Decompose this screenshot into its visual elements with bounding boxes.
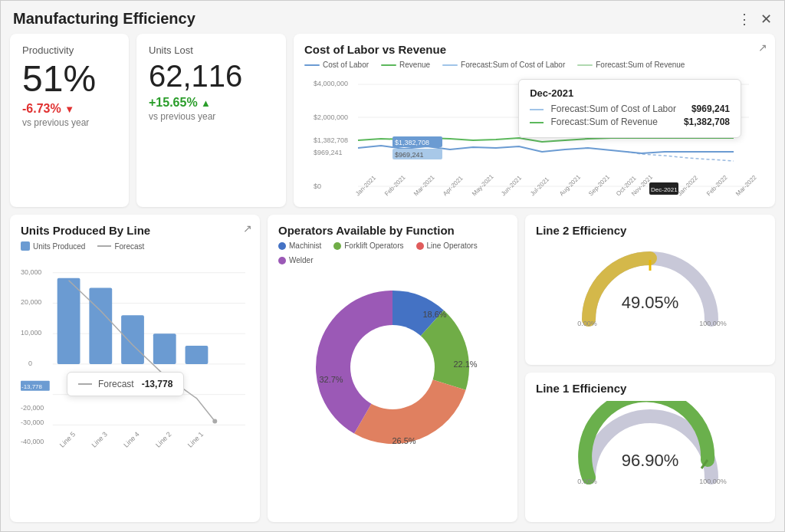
- svg-rect-46: [121, 315, 144, 364]
- svg-text:$969,241: $969,241: [395, 151, 424, 159]
- svg-text:Jan-2021: Jan-2021: [354, 174, 377, 197]
- expand-icon[interactable]: ↗: [758, 41, 767, 54]
- svg-text:Jun-2021: Jun-2021: [500, 174, 523, 197]
- line1-efficiency-card: Line 1 Efficiency 96.90% 0.0: [525, 373, 775, 523]
- svg-text:$4,000,000: $4,000,000: [314, 80, 348, 87]
- svg-text:Line 4: Line 4: [122, 430, 140, 448]
- units-produced-title: Units Produced By Line: [21, 224, 249, 237]
- svg-text:May-2021: May-2021: [471, 173, 495, 198]
- legend-item-cost: Cost of Labor: [304, 61, 369, 69]
- svg-text:$1,382,708: $1,382,708: [395, 139, 429, 146]
- cost-chart-card: ↗ Cost of Labor vs Revenue Cost of Labor…: [294, 34, 775, 207]
- productivity-change-text: -6.73%: [22, 102, 61, 115]
- legend-forecast: Forecast: [97, 241, 144, 251]
- operators-title: Operators Available by Function: [278, 224, 507, 237]
- svg-text:32.7%: 32.7%: [319, 375, 343, 384]
- forecast-tooltip: Forecast -13,778: [67, 372, 184, 396]
- productivity-change: -6.73% ▼: [22, 102, 117, 116]
- svg-text:18.6%: 18.6%: [422, 310, 446, 319]
- svg-rect-47: [153, 333, 176, 364]
- svg-text:Line 5: Line 5: [58, 430, 77, 448]
- window-title: Manufacturing Efficiency: [13, 10, 195, 28]
- svg-text:Dec-2021: Dec-2021: [651, 186, 678, 193]
- legend-units-produced: Units Produced: [21, 241, 85, 251]
- svg-text:$1,382,708: $1,382,708: [314, 136, 348, 144]
- svg-text:Apr-2021: Apr-2021: [442, 174, 465, 197]
- svg-text:Sep-2021: Sep-2021: [587, 173, 611, 197]
- svg-text:$0: $0: [314, 182, 321, 190]
- units-lost-sub: vs previous year: [149, 111, 274, 122]
- svg-point-54: [212, 419, 217, 423]
- svg-text:0.00%: 0.00%: [577, 478, 597, 485]
- svg-text:20,000: 20,000: [21, 298, 41, 306]
- tooltip-row-1: Forecast:Sum of Cost of Labor $969,241: [530, 103, 730, 114]
- svg-text:30,000: 30,000: [21, 268, 41, 276]
- close-button[interactable]: ✕: [760, 11, 772, 28]
- svg-text:$969,241: $969,241: [314, 149, 343, 156]
- svg-rect-45: [89, 288, 112, 364]
- svg-text:100.00%: 100.00%: [699, 478, 727, 485]
- units-lost-change-text: +15.65%: [149, 96, 198, 109]
- svg-text:Feb-2021: Feb-2021: [383, 173, 407, 197]
- legend-welder: Welder: [278, 256, 314, 264]
- units-lost-card: Units Lost 62,116 +15.65% ▲ vs previous …: [136, 34, 286, 207]
- operators-card: Operators Available by Function Machinis…: [268, 215, 517, 522]
- svg-text:Jan-2022: Jan-2022: [676, 174, 699, 197]
- up-arrow-icon: ▲: [201, 97, 211, 109]
- legend-item-forecast-cost: Forecast:Sum of Cost of Labor: [442, 61, 565, 69]
- svg-text:0.00%: 0.00%: [577, 320, 597, 327]
- dashboard-window: Manufacturing Efficiency ⋮ ✕ Productivit…: [0, 0, 785, 532]
- cost-tooltip: Dec-2021 Forecast:Sum of Cost of Labor $…: [518, 79, 741, 138]
- legend-line-operators: Line Operators: [416, 241, 478, 250]
- svg-text:Feb-2022: Feb-2022: [705, 173, 729, 197]
- svg-text:22.1%: 22.1%: [453, 360, 477, 369]
- operators-legend: Machinist Forklift Operators Line Operat…: [278, 241, 507, 264]
- title-bar-controls: ⋮ ✕: [737, 11, 772, 28]
- cost-chart-title: Cost of Labor vs Revenue: [304, 43, 764, 56]
- svg-text:Line 1: Line 1: [186, 430, 205, 448]
- svg-text:0: 0: [28, 360, 32, 367]
- line1-gauge-svg: 96.90% 0.00% 100.00%: [573, 401, 727, 485]
- svg-text:49.05%: 49.05%: [622, 293, 679, 312]
- line2-efficiency-title: Line 2 Efficiency: [536, 224, 764, 237]
- svg-text:-13,778: -13,778: [21, 383, 43, 390]
- units-lost-value: 62,116: [149, 61, 274, 91]
- units-bar-chart-svg: 30,000 20,000 10,000 0 -10,000 -13,778 -…: [21, 257, 249, 456]
- svg-text:Line 3: Line 3: [90, 430, 109, 448]
- legend-machinist: Machinist: [278, 241, 321, 250]
- cost-chart-legend: Cost of Labor Revenue Forecast:Sum of Co…: [304, 61, 764, 69]
- legend-item-forecast-revenue: Forecast:Sum of Revenue: [577, 61, 685, 69]
- productivity-sub: vs previous year: [22, 117, 117, 128]
- units-expand-icon[interactable]: ↗: [243, 222, 252, 235]
- svg-rect-44: [57, 278, 80, 364]
- productivity-value: 51%: [22, 61, 117, 97]
- tooltip-date: Dec-2021: [530, 87, 730, 99]
- units-produced-legend: Units Produced Forecast: [21, 241, 249, 251]
- svg-text:-20,000: -20,000: [21, 404, 44, 412]
- line2-efficiency-card: Line 2 Efficiency 49.05% 0.0: [525, 215, 775, 365]
- svg-point-55: [350, 325, 435, 409]
- svg-text:10,000: 10,000: [21, 329, 41, 337]
- svg-text:-30,000: -30,000: [21, 419, 44, 426]
- svg-text:100.00%: 100.00%: [699, 320, 727, 327]
- units-lost-title: Units Lost: [149, 44, 274, 56]
- line2-gauge-svg: 49.05% 0.00% 100.00%: [573, 243, 727, 327]
- donut-chart-svg: 18.6% 22.1% 26.5% 32.7%: [301, 275, 484, 459]
- productivity-title: Productivity: [22, 44, 117, 56]
- legend-forklift: Forklift Operators: [333, 241, 403, 250]
- svg-text:96.90%: 96.90%: [622, 451, 679, 470]
- legend-item-revenue: Revenue: [381, 61, 430, 69]
- tooltip-row-2: Forecast:Sum of Revenue $1,382,708: [530, 117, 730, 127]
- down-arrow-icon: ▼: [64, 103, 74, 115]
- svg-text:Mar-2021: Mar-2021: [412, 173, 436, 197]
- svg-text:Aug-2021: Aug-2021: [558, 173, 582, 197]
- title-bar: Manufacturing Efficiency ⋮ ✕: [1, 1, 784, 34]
- svg-text:-40,000: -40,000: [21, 438, 44, 445]
- svg-text:$2,000,000: $2,000,000: [314, 113, 348, 121]
- productivity-card: Productivity 51% -6.73% ▼ vs previous ye…: [10, 34, 129, 207]
- units-produced-card: ↗ Units Produced By Line Units Produced …: [10, 215, 260, 522]
- more-options-button[interactable]: ⋮: [737, 11, 751, 28]
- line1-efficiency-title: Line 1 Efficiency: [536, 382, 764, 395]
- svg-text:26.5%: 26.5%: [392, 436, 415, 445]
- svg-rect-48: [186, 346, 209, 364]
